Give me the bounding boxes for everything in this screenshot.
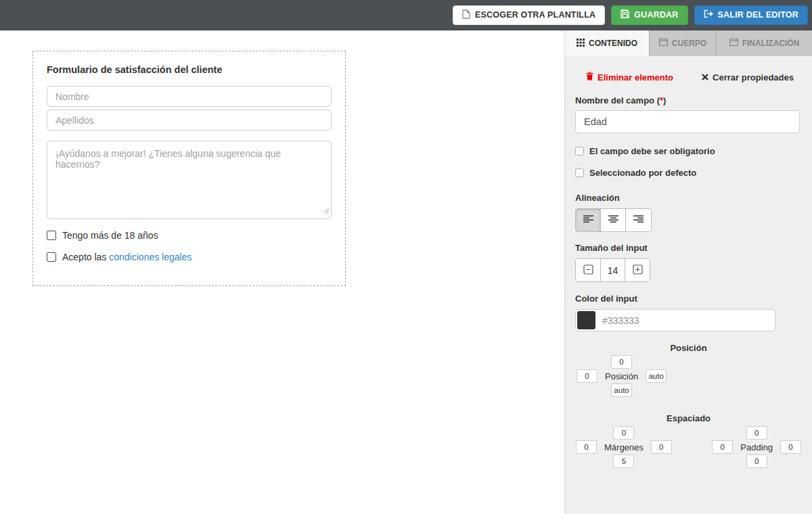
margins-controls: Márgenes xyxy=(576,426,672,468)
close-icon xyxy=(702,72,708,83)
padding-left-input[interactable] xyxy=(712,440,733,454)
position-top-input[interactable] xyxy=(611,355,632,369)
align-center-icon xyxy=(608,215,618,225)
suggestion-textarea[interactable] xyxy=(47,141,332,219)
form-title: Formulario de satisfacción del cliente xyxy=(47,64,332,75)
position-controls: Posición xyxy=(577,355,667,397)
margin-right-input[interactable] xyxy=(651,440,672,454)
tab-cuerpo-label: CUERPO xyxy=(672,39,706,48)
choose-template-label: ESCOGER OTRA PLANTILLA xyxy=(475,10,595,20)
position-heading: Posición xyxy=(575,343,802,353)
delete-element-button[interactable]: Eliminar elemento xyxy=(586,72,673,83)
padding-label: Padding xyxy=(738,442,775,452)
terms-link[interactable]: condiciones legales xyxy=(109,252,191,262)
input-size-value[interactable] xyxy=(600,259,625,281)
position-center-label: Posición xyxy=(602,371,641,381)
selected-checkbox-label: Seleccionado por defecto xyxy=(589,168,696,178)
input-size-label: Tamaño del input xyxy=(575,243,802,253)
grid-icon xyxy=(577,39,585,49)
align-left-icon xyxy=(583,215,593,225)
trash-icon xyxy=(586,72,593,83)
alignment-button-group xyxy=(575,208,652,232)
field-name-input[interactable] xyxy=(575,110,800,133)
close-properties-label: Cerrar propiedades xyxy=(713,72,794,83)
align-right-icon xyxy=(633,215,644,225)
position-right-input[interactable] xyxy=(646,369,667,383)
tab-contenido[interactable]: CONTENIDO xyxy=(565,30,650,56)
position-bottom-input[interactable] xyxy=(611,383,632,397)
age-checkbox-row: Tengo más de 18 años xyxy=(47,230,332,241)
tab-contenido-label: CONTENIDO xyxy=(589,39,637,48)
spacing-heading: Espaciado xyxy=(575,413,802,423)
spacing-controls: Márgenes Padding xyxy=(575,426,802,468)
terms-checkbox-row: Acepto las condiciones legales xyxy=(47,252,332,262)
window-icon xyxy=(659,39,668,48)
file-icon xyxy=(462,9,470,21)
align-left-button[interactable] xyxy=(576,209,601,231)
padding-right-input[interactable] xyxy=(780,440,801,454)
choose-template-button[interactable]: ESCOGER OTRA PLANTILLA xyxy=(453,5,605,25)
resize-handle-icon[interactable] xyxy=(323,204,330,216)
input-color-picker[interactable] xyxy=(575,309,775,331)
color-swatch[interactable] xyxy=(577,311,595,329)
age-checkbox-label: Tengo más de 18 años xyxy=(62,230,158,241)
input-color-label: Color del input xyxy=(575,294,802,304)
align-right-button[interactable] xyxy=(626,209,651,231)
padding-top-input[interactable] xyxy=(746,426,767,440)
input-size-stepper xyxy=(575,258,650,282)
margin-left-input[interactable] xyxy=(576,440,597,454)
sidebar-tabs: CONTENIDO CUERPO FINALIZACIÓN xyxy=(565,30,812,56)
tab-cuerpo[interactable]: CUERPO xyxy=(650,30,717,56)
padding-controls: Padding xyxy=(712,426,801,468)
terms-checkbox[interactable] xyxy=(47,252,56,262)
align-center-button[interactable] xyxy=(601,209,626,231)
sign-out-icon xyxy=(704,9,713,20)
selected-checkbox-row: Seleccionado por defecto xyxy=(575,168,802,178)
size-increase-button[interactable] xyxy=(625,259,650,281)
age-checkbox[interactable] xyxy=(47,231,56,240)
exit-editor-button[interactable]: SALIR DEL EDITOR xyxy=(694,5,808,25)
tab-finalizacion[interactable]: FINALIZACIÓN xyxy=(717,30,812,56)
delete-element-label: Eliminar elemento xyxy=(597,72,673,83)
save-button[interactable]: GUARDAR xyxy=(611,5,687,25)
margin-bottom-input[interactable] xyxy=(613,454,634,468)
save-label: GUARDAR xyxy=(634,10,678,20)
required-checkbox-row: El campo debe ser obligatorio xyxy=(575,146,802,156)
terms-label-prefix: Acepto las xyxy=(62,252,109,262)
close-properties-button[interactable]: Cerrar propiedades xyxy=(702,72,794,83)
required-checkbox-label: El campo debe ser obligatorio xyxy=(589,146,715,156)
alignment-label: Alineación xyxy=(575,193,802,203)
required-checkbox[interactable] xyxy=(575,147,584,156)
editor-topbar: ESCOGER OTRA PLANTILLA GUARDAR SALIR DEL… xyxy=(0,0,812,30)
properties-sidebar: CONTENIDO CUERPO FINALIZACIÓN xyxy=(564,30,812,514)
size-decrease-button[interactable] xyxy=(576,259,600,281)
tab-finalizacion-label: FINALIZACIÓN xyxy=(742,39,800,48)
form-preview[interactable]: Formulario de satisfacción del cliente T… xyxy=(32,51,346,286)
contenido-panel: Eliminar elemento Cerrar propiedades Nom… xyxy=(565,56,812,514)
surname-field[interactable] xyxy=(47,110,332,131)
window-icon xyxy=(729,39,738,48)
field-name-label: Nombre del campo (*) xyxy=(575,95,802,106)
plus-square-icon xyxy=(633,264,643,277)
margin-top-input[interactable] xyxy=(613,426,634,440)
terms-checkbox-label: Acepto las condiciones legales xyxy=(62,252,191,262)
exit-editor-label: SALIR DEL EDITOR xyxy=(718,10,798,20)
selected-default-checkbox[interactable] xyxy=(575,168,584,177)
name-field[interactable] xyxy=(47,86,332,107)
position-left-input[interactable] xyxy=(577,369,597,383)
minus-square-icon xyxy=(583,264,593,277)
padding-bottom-input[interactable] xyxy=(746,454,767,468)
editor-canvas: Formulario de satisfacción del cliente T… xyxy=(0,30,564,514)
input-color-value[interactable] xyxy=(595,315,773,326)
save-icon xyxy=(621,9,629,20)
margins-label: Márgenes xyxy=(602,442,646,452)
